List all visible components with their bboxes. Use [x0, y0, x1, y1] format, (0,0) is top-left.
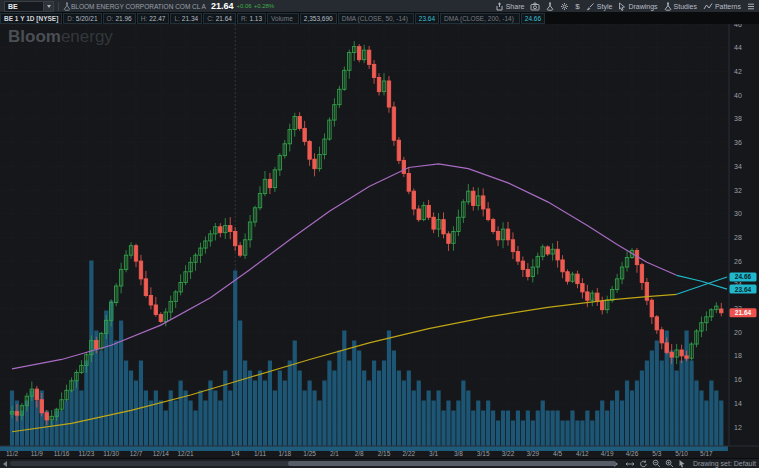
cursor-icon [618, 2, 626, 11]
camera-icon [530, 2, 540, 11]
scroll-left-icon[interactable] [3, 461, 7, 467]
gear-icon [560, 2, 569, 11]
symbol-text: BE [8, 3, 18, 10]
style-label: Style [597, 3, 613, 10]
legend-bar: BE 1 Y 1D [NYSE] D: 5/20/21 O: 21.96 H: … [0, 13, 759, 24]
zoom-out-icon[interactable] [652, 459, 661, 468]
symbol-input[interactable]: BE [4, 1, 44, 12]
legend-series-cell[interactable]: BE 1 Y 1D [NYSE] [0, 13, 62, 24]
legend-open-value: 21.96 [115, 15, 131, 22]
share-button[interactable]: Share [495, 2, 525, 11]
drawings-label: Drawings [628, 3, 657, 10]
indicators-quick-button[interactable] [546, 2, 554, 11]
legend-range-value: 1.13 [249, 15, 262, 22]
svg-text:20: 20 [734, 329, 742, 336]
svg-text:4/26: 4/26 [626, 450, 639, 457]
style-brush-icon [586, 2, 595, 11]
svg-text:40: 40 [734, 92, 742, 99]
time-axis[interactable]: 11/211/911/1611/2311/3012/712/1412/211/4… [6, 450, 713, 457]
legend-high-value: 22.47 [149, 15, 165, 22]
pointer-icon[interactable] [678, 459, 686, 468]
svg-text:3/1: 3/1 [429, 450, 438, 457]
svg-text:3/29: 3/29 [526, 450, 539, 457]
svg-text:2/15: 2/15 [378, 450, 391, 457]
legend-high-key: H: [141, 15, 148, 22]
company-name: BLOOM ENERGY CORPORATION COM CL A [71, 3, 206, 10]
svg-text:12: 12 [734, 424, 742, 431]
svg-text:11/23: 11/23 [79, 450, 95, 457]
svg-text:12/14: 12/14 [153, 450, 170, 457]
settings-button[interactable] [560, 2, 569, 11]
svg-text:5/10: 5/10 [675, 450, 688, 457]
svg-text:1/25: 1/25 [303, 450, 316, 457]
style-menu[interactable]: Style [586, 2, 613, 11]
svg-text:2/8: 2/8 [355, 450, 364, 457]
svg-text:23.64: 23.64 [735, 286, 752, 293]
legend-dma50-cell[interactable]: DMA (CLOSE, 50, -14) [338, 13, 414, 24]
legend-low-key: L: [174, 15, 179, 22]
snapshot-button[interactable] [530, 2, 540, 11]
collapse-toolbar-button[interactable] [747, 2, 755, 11]
price-chart[interactable]: Bloomenergy12141618202224262830323436384… [0, 0, 759, 468]
legend-volume-value-cell: 2,353,690 [300, 13, 337, 24]
share-label: Share [506, 3, 525, 10]
legend-dma200-value: 24.66 [525, 15, 541, 22]
tradingview-chart-widget: Bloomenergy12141618202224262830323436384… [0, 0, 759, 468]
patterns-menu[interactable]: Patterns [703, 2, 741, 11]
svg-text:18: 18 [734, 352, 742, 359]
svg-text:4/12: 4/12 [576, 450, 589, 457]
svg-text:4/19: 4/19 [601, 450, 614, 457]
drawing-set-label[interactable]: Drawing set: Default [693, 460, 756, 467]
chevron-down-icon [47, 5, 51, 8]
currency-button[interactable]: $ [575, 2, 579, 11]
legend-volume-value: 2,353,690 [304, 15, 333, 22]
patterns-icon [703, 2, 713, 11]
legend-range-key: R: [241, 15, 248, 22]
legend-low-value: 21.34 [182, 15, 198, 22]
svg-text:44: 44 [734, 44, 742, 51]
svg-text:16: 16 [734, 376, 742, 383]
legend-close-key: C: [207, 15, 214, 22]
flask-icon[interactable] [63, 2, 71, 11]
svg-text:30: 30 [734, 210, 742, 217]
legend-volume-label-cell[interactable]: Volume [267, 13, 299, 24]
flask-icon [664, 2, 672, 11]
svg-text:4/5: 4/5 [553, 450, 562, 457]
legend-volume-key: Volume [271, 15, 293, 22]
svg-text:14: 14 [734, 400, 742, 407]
price-change: +0.06 [237, 3, 252, 9]
zoom-in-icon[interactable] [665, 459, 674, 468]
svg-text:32: 32 [734, 187, 742, 194]
studies-label: Studies [674, 3, 697, 10]
svg-text:34: 34 [734, 163, 742, 170]
legend-open-cell: O: 21.96 [103, 13, 136, 24]
legend-dma50-value-cell: 23.64 [415, 13, 439, 24]
flask-icon [546, 2, 554, 11]
top-toolbar: BE BLOOM ENERGY CORPORATION COM CL A 21.… [0, 0, 759, 13]
drawings-menu[interactable]: Drawings [618, 2, 657, 11]
legend-range-cell: R: 1.13 [237, 13, 266, 24]
bottom-bar: Drawing set: Default [0, 458, 759, 468]
svg-text:28: 28 [734, 234, 742, 241]
svg-text:21.64: 21.64 [735, 309, 752, 316]
scrollbar-thumb[interactable] [288, 461, 616, 466]
svg-text:1/11: 1/11 [254, 450, 267, 457]
legend-dma50-key: DMA (CLOSE, 50, -14) [342, 15, 408, 22]
studies-menu[interactable]: Studies [664, 2, 697, 11]
svg-text:3/15: 3/15 [477, 450, 490, 457]
legend-close-cell: C: 21.64 [203, 13, 236, 24]
horizontal-scrollbar[interactable] [10, 461, 611, 466]
legend-dma50-value: 23.64 [419, 15, 435, 22]
legend-high-cell: H: 22.47 [137, 13, 170, 24]
patterns-label: Patterns [715, 3, 741, 10]
legend-date-cell: D: 5/20/21 [63, 13, 101, 24]
legend-dma200-value-cell: 24.66 [521, 13, 545, 24]
svg-text:3/8: 3/8 [454, 450, 463, 457]
svg-text:11/9: 11/9 [31, 450, 44, 457]
legend-dma200-cell[interactable]: DMA (CLOSE, 200, -14) [440, 13, 520, 24]
legend-low-cell: L: 21.34 [170, 13, 202, 24]
symbol-dropdown-button[interactable] [44, 1, 54, 12]
reset-zoom-icon[interactable] [639, 460, 648, 468]
fit-horizontal-icon[interactable] [625, 460, 635, 468]
legend-dma200-key: DMA (CLOSE, 200, -14) [444, 15, 514, 22]
